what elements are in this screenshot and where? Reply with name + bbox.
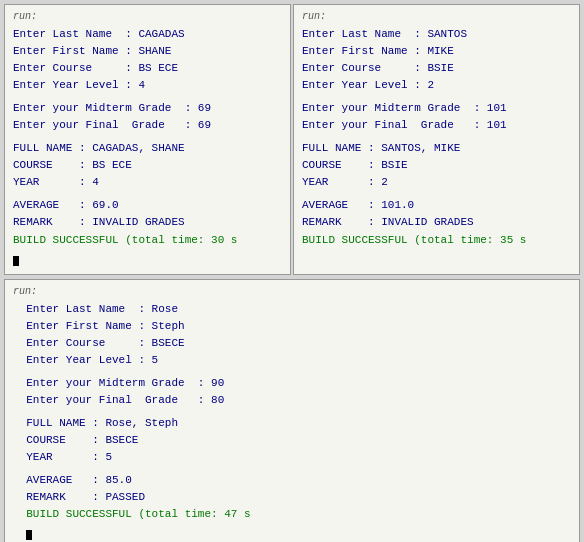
line-remark-1: REMARK : INVALID GRADES [13,214,282,231]
line-firstname-1: Enter First Name : SHANE [13,43,282,60]
line-remark-2: REMARK : INVALID GRADES [302,214,571,231]
run-label-top-left: run: [13,11,282,22]
line-firstname-3: Enter First Name : Steph [13,318,571,335]
line-course-2: Enter Course : BSIE [302,60,571,77]
line-midterm-3: Enter your Midterm Grade : 90 [13,375,571,392]
line-yearlevel-2: Enter Year Level : 2 [302,77,571,94]
line-lastname-2: Enter Last Name : SANTOS [302,26,571,43]
line-remark-3: REMARK : PASSED [13,489,571,506]
line-midterm-1: Enter your Midterm Grade : 69 [13,100,282,117]
cursor-3 [13,523,571,540]
line-yearlevel-1: Enter Year Level : 4 [13,77,282,94]
line-firstname-2: Enter First Name : MIKE [302,43,571,60]
line-fullname-3: FULL NAME : Rose, Steph [13,415,571,432]
bottom-panel: run: Enter Last Name : Rose Enter First … [4,279,580,542]
line-course-1: Enter Course : BS ECE [13,60,282,77]
line-lastname-3: Enter Last Name : Rose [13,301,571,318]
line-average-3: AVERAGE : 85.0 [13,472,571,489]
line-year-out-2: YEAR : 2 [302,174,571,191]
line-build-1: BUILD SUCCESSFUL (total time: 30 s [13,232,282,249]
cursor-1 [13,249,282,266]
line-course-3: Enter Course : BSECE [13,335,571,352]
line-midterm-2: Enter your Midterm Grade : 101 [302,100,571,117]
cursor-icon-3 [26,530,32,540]
cursor-icon-1 [13,256,19,266]
line-final-1: Enter your Final Grade : 69 [13,117,282,134]
line-yearlevel-3: Enter Year Level : 5 [13,352,571,369]
line-build-2: BUILD SUCCESSFUL (total time: 35 s [302,232,571,249]
line-final-3: Enter your Final Grade : 80 [13,392,571,409]
top-panels: run: Enter Last Name : CAGADAS Enter Fir… [0,0,584,277]
line-fullname-1: FULL NAME : CAGADAS, SHANE [13,140,282,157]
run-label-top-right: run: [302,11,571,22]
line-course-out-3: COURSE : BSECE [13,432,571,449]
line-course-out-2: COURSE : BSIE [302,157,571,174]
run-label-bottom: run: [13,286,571,297]
line-year-out-1: YEAR : 4 [13,174,282,191]
line-year-out-3: YEAR : 5 [13,449,571,466]
line-fullname-2: FULL NAME : SANTOS, MIKE [302,140,571,157]
line-average-2: AVERAGE : 101.0 [302,197,571,214]
line-course-out-1: COURSE : BS ECE [13,157,282,174]
line-final-2: Enter your Final Grade : 101 [302,117,571,134]
top-right-panel: run: Enter Last Name : SANTOS Enter Firs… [293,4,580,275]
line-average-1: AVERAGE : 69.0 [13,197,282,214]
line-build-3: BUILD SUCCESSFUL (total time: 47 s [13,506,571,523]
top-left-panel: run: Enter Last Name : CAGADAS Enter Fir… [4,4,291,275]
line-lastname-1: Enter Last Name : CAGADAS [13,26,282,43]
